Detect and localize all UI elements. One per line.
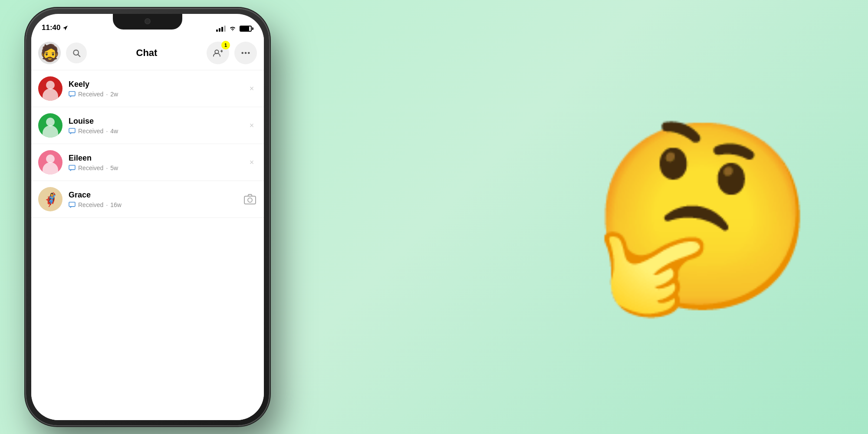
svg-rect-11 <box>69 202 75 206</box>
search-button[interactable] <box>66 43 87 63</box>
thinking-emoji-container: 🤔 <box>599 113 807 321</box>
chat-item-louise[interactable]: Louise Received · 4w × <box>31 107 264 144</box>
chat-info-grace: Grace Received · 16w <box>69 191 237 208</box>
signal-icon <box>216 26 226 32</box>
wifi-icon <box>229 25 236 32</box>
chat-bubble-icon-eileen <box>69 165 76 171</box>
svg-rect-10 <box>69 165 75 169</box>
notch-camera <box>145 18 151 24</box>
add-friend-button[interactable]: 1 <box>207 42 229 64</box>
status-time: 11:40 <box>42 23 68 32</box>
svg-point-7 <box>248 52 250 54</box>
more-dots-icon <box>241 52 250 54</box>
contact-name-keely: Keely <box>69 80 240 89</box>
chat-info-eileen: Eileen Received · 5w <box>69 154 240 171</box>
page-title: Chat <box>92 47 201 59</box>
chat-status-louise: Received · 4w <box>69 128 240 135</box>
nav-header: 🧔 Chat 1 <box>31 36 264 70</box>
svg-rect-8 <box>69 91 75 95</box>
more-button[interactable] <box>234 42 257 64</box>
svg-rect-12 <box>244 196 256 204</box>
svg-point-13 <box>248 198 252 202</box>
contact-name-grace: Grace <box>69 191 237 200</box>
notch <box>113 14 182 30</box>
location-arrow-icon <box>62 25 68 31</box>
status-icons <box>216 25 253 32</box>
add-friend-icon <box>213 49 223 57</box>
phone-outer: 11:40 <box>26 9 269 425</box>
phone-wrapper: 11:40 <box>26 9 269 425</box>
chat-info-keely: Keely Received · 2w <box>69 80 240 98</box>
close-button-keely[interactable]: × <box>247 83 257 94</box>
battery-icon <box>240 26 253 32</box>
avatar-eileen <box>38 150 62 174</box>
close-button-louise[interactable]: × <box>247 120 257 131</box>
chat-item-keely[interactable]: Keely Received · 2w × <box>31 70 264 107</box>
contact-name-eileen: Eileen <box>69 154 240 163</box>
user-avatar[interactable]: 🧔 <box>38 42 61 64</box>
avatar-emoji: 🧔 <box>39 43 60 62</box>
phone-screen: 11:40 <box>31 14 264 420</box>
chat-bubble-icon-grace <box>69 202 76 208</box>
chat-item-eileen[interactable]: Eileen Received · 5w × <box>31 144 264 181</box>
avatar-louise <box>38 113 62 138</box>
notification-badge: 1 <box>221 41 230 49</box>
chat-status-eileen: Received · 5w <box>69 164 240 171</box>
contact-name-louise: Louise <box>69 117 240 126</box>
chat-info-louise: Louise Received · 4w <box>69 117 240 135</box>
chat-item-grace[interactable]: 🦸‍♀️ Grace Received · 16w <box>31 181 264 218</box>
thinking-emoji: 🤔 <box>589 126 817 308</box>
chat-status-keely: Received · 2w <box>69 91 240 98</box>
chat-status-grace: Received · 16w <box>69 201 237 208</box>
chat-bubble-icon-keely <box>69 91 76 97</box>
svg-point-5 <box>241 52 243 54</box>
close-button-eileen[interactable]: × <box>247 157 257 168</box>
avatar-keely <box>38 76 62 101</box>
svg-rect-9 <box>69 128 75 132</box>
search-icon <box>72 49 81 57</box>
chat-list: Keely Received · 2w × <box>31 70 264 420</box>
svg-line-1 <box>78 54 80 56</box>
camera-button-grace[interactable] <box>243 192 257 206</box>
svg-point-6 <box>245 52 247 54</box>
chat-bubble-icon-louise <box>69 128 76 134</box>
avatar-grace: 🦸‍♀️ <box>38 187 62 211</box>
camera-icon <box>244 194 256 204</box>
